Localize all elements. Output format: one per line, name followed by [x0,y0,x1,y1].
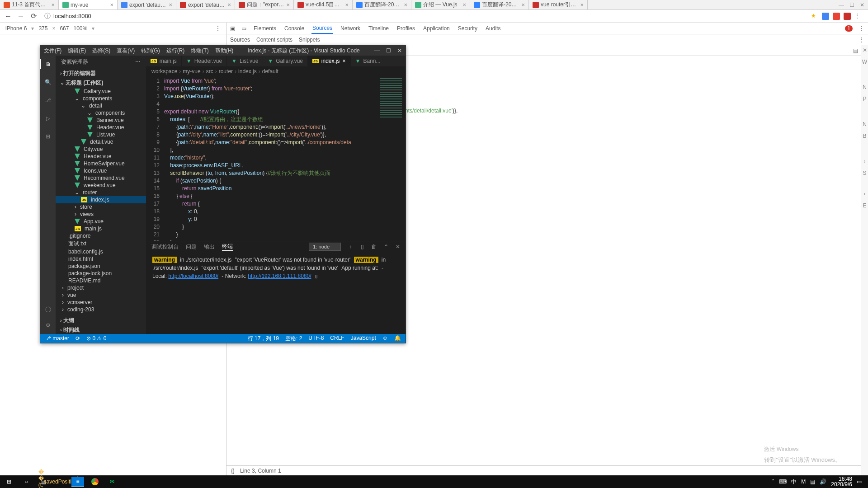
problems-indicator[interactable]: ⊘ 0 ⚠ 0 [86,335,106,342]
tree-node[interactable]: Recommend.vue [56,174,146,182]
tree-node[interactable]: detail [56,102,146,109]
menu-item[interactable]: 运行(R) [166,47,185,55]
breadcrumb[interactable]: workspace›my-vue›src›router›index.js›def… [146,66,406,76]
vscode-taskbar-icon[interactable]: ≡ [71,477,84,487]
vscode-title-bar[interactable]: 文件(F)编辑(E)选择(S)查看(V)转到(G)运行(R)终端(T)帮助(H)… [40,46,406,56]
open-editors-section[interactable]: › 打开的编辑器 [56,69,146,78]
close-icon[interactable]: × [286,1,290,8]
editor-tab[interactable]: ▼ Bann... [351,56,386,66]
tree-node[interactable]: store [56,203,146,211]
ext-icon[interactable]: ⋮ [854,13,862,20]
devtools-tab-audits[interactable]: Audits [485,23,501,33]
editor-tab[interactable]: ▼ Header.vue [182,56,227,66]
browser-tab[interactable]: vue-cli4.5目录结构× [294,0,353,9]
browser-tab[interactable]: export 'default' (in× [118,0,176,9]
kill-terminal-icon[interactable]: 🗑 [371,244,377,250]
problems-tab[interactable]: 问题 [186,243,197,251]
close-icon[interactable]: × [345,1,349,8]
ime-indicator[interactable]: 中 [791,478,797,486]
file-explorer-icon[interactable]: � � (t, r, savedPosition)— [54,477,67,487]
breadcrumb-segment[interactable]: index.js [238,68,257,75]
devtools-tab-application[interactable]: Application [422,23,451,33]
network-icon[interactable]: ▤ [810,479,815,485]
more-icon[interactable]: ⋮ [859,37,864,43]
search-icon[interactable]: 🔍 [43,77,53,87]
branch-indicator[interactable]: ⎇ master [45,335,69,342]
tree-node[interactable]: App.vue [56,218,146,225]
indentation[interactable]: 空格: 2 [285,335,302,343]
new-terminal-icon[interactable]: ＋ [348,243,354,251]
terminal-output[interactable]: warning in ./src/router/index.js "export… [146,252,406,334]
win-min-icon[interactable]: — [374,47,380,54]
workspace-section[interactable]: ⌄ 无标题 (工作区) [56,78,146,88]
extensions-icon[interactable]: ⊞ [43,131,53,141]
browser-tab[interactable]: 11-3 首页代码迁移× [0,0,59,9]
close-icon[interactable]: × [51,1,55,8]
wechat-taskbar-icon[interactable]: ✉ [106,477,118,487]
format-braces-icon[interactable]: {} [231,468,235,474]
devtools-tab-timeline[interactable]: Timeline [368,23,390,33]
close-icon[interactable]: × [110,1,113,8]
cortana-button[interactable]: ○ [20,477,33,487]
encoding[interactable]: UTF-8 [308,335,324,343]
feedback-icon[interactable]: ☺ [382,335,388,343]
tree-node[interactable]: weekend.vue [56,182,146,189]
ime-m-icon[interactable]: M [801,479,806,485]
tree-node[interactable]: City.vue [56,145,146,153]
more-icon[interactable]: ⋯ [135,58,141,66]
devtools-tab-network[interactable]: Network [340,23,361,33]
browser-tab[interactable]: 介绍 — Vue.js× [411,0,470,9]
sub-content-scripts[interactable]: Content scripts [256,37,292,43]
tree-node[interactable]: components [56,95,146,102]
devtools-tab-elements[interactable]: Elements [253,23,277,33]
tree-node[interactable]: index.js [56,196,146,203]
expand-icon[interactable]: ▤ [853,47,858,54]
tree-node[interactable]: package-lock.json [56,270,146,277]
breadcrumb-segment[interactable]: workspace [151,68,177,75]
source-control-icon[interactable]: ⎇ [43,95,53,105]
notifications-icon[interactable]: 🔔 [394,335,401,343]
network-url-link[interactable]: http://192.168.1.111:8080/ [248,273,311,279]
device-height[interactable]: 667 [60,25,69,32]
breadcrumb-segment[interactable]: router [219,68,233,75]
tree-node[interactable]: babel.config.js [56,248,146,255]
devtools-tab-console[interactable]: Console [283,23,305,33]
code-editor[interactable]: 1234567891011121314151617181920212223 im… [146,76,406,241]
tree-node[interactable]: detail.vue [56,138,146,145]
tree-node[interactable]: index.html [56,255,146,263]
win-max-icon[interactable]: ☐ [386,47,391,54]
timeline-section[interactable]: › 时间线 [56,325,146,334]
tree-node[interactable]: Gallary.vue [56,88,146,95]
local-url-link[interactable]: http://localhost:8080/ [168,273,218,279]
inspect-icon[interactable]: ▣ [230,25,235,32]
clock[interactable]: 16:482020/9/6 [831,476,852,487]
tree-node[interactable]: views [56,211,146,218]
device-width[interactable]: 375 [38,25,47,32]
browser-tab[interactable]: vue router引入路径× [529,0,588,9]
tree-node[interactable]: Header.vue [56,153,146,160]
menu-item[interactable]: 转到(G) [141,47,160,55]
close-icon[interactable]: × [521,1,525,8]
win-max-icon[interactable]: ☐ [849,2,854,8]
debug-console-tab[interactable]: 调试控制台 [151,243,179,251]
close-icon[interactable]: × [227,1,231,8]
tree-node[interactable]: project [56,284,146,291]
outline-section[interactable]: › 大纲 [56,316,146,325]
maximize-panel-icon[interactable]: ⌃ [384,244,388,250]
split-terminal-icon[interactable]: ▯ [361,244,364,250]
menu-item[interactable]: 终端(T) [191,47,208,55]
back-button[interactable]: ← [4,12,13,21]
breadcrumb-segment[interactable]: my-vue [183,68,200,75]
error-badge[interactable]: 1 [845,25,853,32]
browser-tab[interactable]: 问题："export 'def× [235,0,294,9]
settings-icon[interactable]: ⚙ [43,320,53,330]
url-box[interactable]: ⓘ localhost:8080 [42,12,807,20]
ext-icon[interactable] [844,13,851,20]
device-select[interactable]: iPhone 6 [5,25,27,32]
close-icon[interactable]: ✕ [863,47,867,53]
close-icon[interactable]: × [580,1,584,8]
menu-item[interactable]: 文件(F) [44,47,61,55]
tree-node[interactable]: package.json [56,263,146,270]
tree-node[interactable]: main.js [56,225,146,232]
tree-node[interactable]: vue [56,291,146,299]
